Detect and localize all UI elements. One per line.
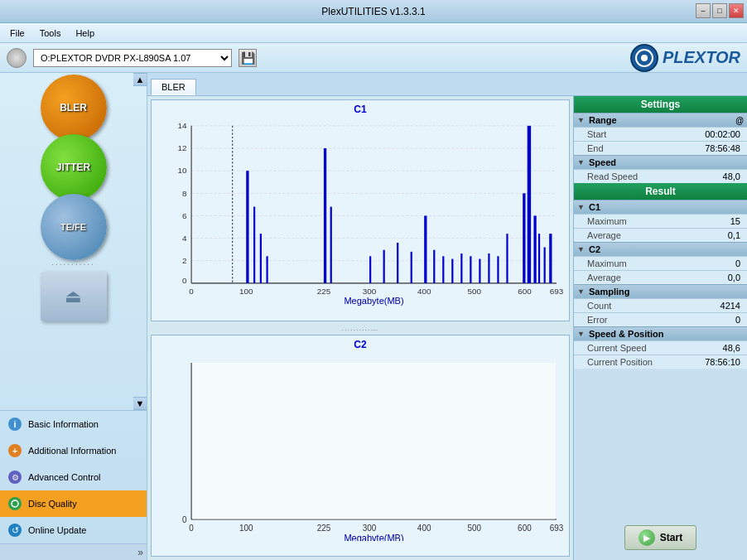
content-wrapper: BLER C1 — [147, 73, 747, 560]
chart-c1-area: 14 12 10 8 6 4 2 0 — [155, 117, 566, 306]
svg-text:6: 6 — [182, 211, 187, 220]
svg-text:14: 14 — [178, 121, 188, 130]
minimize-button[interactable]: – — [696, 3, 711, 18]
save-button[interactable]: 💾 — [239, 49, 257, 67]
result-c1-header: ▼ C1 — [574, 200, 747, 214]
svg-text:400: 400 — [417, 522, 431, 533]
svg-rect-55 — [470, 256, 471, 283]
current-speed-row: Current Speed 48,6 — [574, 340, 747, 355]
sampling-error-value: 0 — [735, 315, 740, 325]
plextor-logo: PLEXTOR — [629, 43, 740, 73]
svg-rect-51 — [433, 250, 435, 283]
svg-rect-47 — [383, 250, 385, 283]
tab-bler[interactable]: BLER — [151, 79, 196, 95]
result-c2-header: ▼ C2 — [574, 242, 747, 256]
svg-rect-45 — [330, 207, 332, 283]
svg-text:600: 600 — [518, 522, 532, 533]
svg-text:0: 0 — [189, 522, 194, 533]
sidebar-item-basic-info[interactable]: i Basic Information — [0, 411, 147, 437]
svg-rect-61 — [528, 126, 531, 283]
settings-header: Settings — [574, 96, 747, 113]
range-end-value: 78:56:48 — [705, 143, 740, 153]
scroll-down-button[interactable]: ▼ — [133, 397, 147, 410]
advanced-control-label: Advanced Control — [28, 472, 100, 482]
svg-text:0: 0 — [189, 287, 194, 296]
range-label: Range — [589, 115, 617, 125]
svg-text:600: 600 — [518, 287, 532, 296]
drive-bar: O:PLEXTOR DVDR PX-L890SA 1.07 💾 PLEXTOR — [0, 43, 747, 73]
sidebar-item-disc-quality[interactable]: Disc Quality — [0, 490, 147, 517]
current-position-value: 78:56:10 — [705, 357, 740, 367]
online-update-label: Online Update — [28, 525, 86, 535]
menu-bar: File Tools Help — [0, 23, 747, 43]
svg-rect-78 — [192, 363, 556, 519]
speed-group-header: ▼ Speed — [574, 155, 747, 169]
c1-max-label: Maximum — [587, 216, 627, 226]
svg-text:400: 400 — [417, 287, 431, 296]
sampling-collapse[interactable]: ▼ — [577, 287, 586, 296]
svg-text:Megabyte(MB): Megabyte(MB) — [344, 296, 403, 306]
svg-text:Megabyte(MB): Megabyte(MB) — [344, 532, 403, 541]
sidebar-item-additional-info[interactable]: + Additional Information — [0, 437, 147, 464]
plextor-logo-text: PLEXTOR — [663, 48, 740, 67]
c2-max-label: Maximum — [587, 258, 627, 268]
sidebar-item-online-update[interactable]: ↺ Online Update — [0, 517, 147, 543]
svg-text:100: 100 — [239, 287, 253, 296]
svg-text:693: 693 — [550, 287, 564, 296]
range-end-row: End 78:56:48 — [574, 141, 747, 155]
sidebar-expand[interactable]: » — [0, 543, 147, 560]
c1-max-value: 15 — [730, 216, 740, 226]
additional-info-label: Additional Information — [28, 446, 116, 456]
eject-button[interactable]: ⏏ — [32, 268, 115, 325]
speed-collapse[interactable]: ▼ — [577, 158, 586, 167]
svg-text:500: 500 — [468, 522, 482, 533]
c1-collapse[interactable]: ▼ — [577, 203, 586, 211]
menu-file[interactable]: File — [3, 27, 31, 40]
svg-text:225: 225 — [317, 287, 331, 296]
c2-collapse[interactable]: ▼ — [577, 245, 586, 253]
tefe-button[interactable]: TE/FE — [32, 199, 115, 255]
svg-point-9 — [8, 497, 22, 510]
sidebar-nav: i Basic Information + Additional Informa… — [0, 410, 147, 543]
svg-text:4: 4 — [182, 234, 187, 243]
bler-button[interactable]: BLER — [32, 80, 115, 136]
svg-rect-54 — [460, 253, 462, 283]
drive-icon — [7, 48, 27, 68]
c1-avg-value: 0,1 — [728, 230, 740, 240]
speed-position-collapse[interactable]: ▼ — [577, 330, 586, 338]
current-speed-value: 48,6 — [723, 343, 740, 353]
c1-max-row: Maximum 15 — [574, 214, 747, 228]
svg-rect-62 — [533, 215, 536, 282]
sampling-count-value: 4214 — [720, 301, 740, 311]
charts-right: C1 14 12 — [147, 96, 747, 560]
drive-select[interactable]: O:PLEXTOR DVDR PX-L890SA 1.07 — [33, 49, 232, 67]
sidebar-disc-icons: BLER JITTER TE/FE ........... ⏏ ▲ ▼ — [0, 73, 147, 410]
start-button[interactable]: ▶ Start — [624, 525, 696, 550]
svg-rect-42 — [260, 234, 262, 283]
svg-rect-60 — [523, 193, 525, 283]
basic-info-label: Basic Information — [28, 419, 99, 429]
close-button[interactable]: ✕ — [729, 3, 744, 18]
chart-c1-container: C1 14 12 — [151, 99, 570, 321]
svg-text:8: 8 — [182, 189, 187, 198]
svg-text:10: 10 — [178, 166, 188, 175]
menu-help[interactable]: Help — [69, 27, 101, 40]
disc-quality-label: Disc Quality — [28, 499, 77, 509]
svg-text:↺: ↺ — [12, 525, 19, 535]
chart-c2-container: C2 0 0 100 225 300 — [151, 335, 570, 557]
svg-rect-57 — [488, 253, 489, 283]
menu-tools[interactable]: Tools — [33, 27, 68, 40]
window-controls: – □ ✕ — [696, 3, 744, 18]
range-settings-icon[interactable]: @ — [735, 116, 744, 125]
scroll-up-button[interactable]: ▲ — [133, 73, 147, 86]
app-title: PlexUTILITIES v1.3.3.1 — [321, 6, 425, 17]
range-collapse[interactable]: ▼ — [577, 116, 586, 124]
range-start-label: Start — [587, 129, 606, 139]
svg-rect-59 — [506, 234, 508, 283]
sidebar-item-advanced-control[interactable]: ⚙ Advanced Control — [0, 464, 147, 490]
additional-info-icon: + — [7, 442, 23, 459]
range-group-header: ▼ Range @ — [574, 113, 747, 127]
jitter-disc: JITTER — [41, 134, 107, 200]
jitter-button[interactable]: JITTER — [32, 139, 115, 196]
maximize-button[interactable]: □ — [712, 3, 727, 18]
